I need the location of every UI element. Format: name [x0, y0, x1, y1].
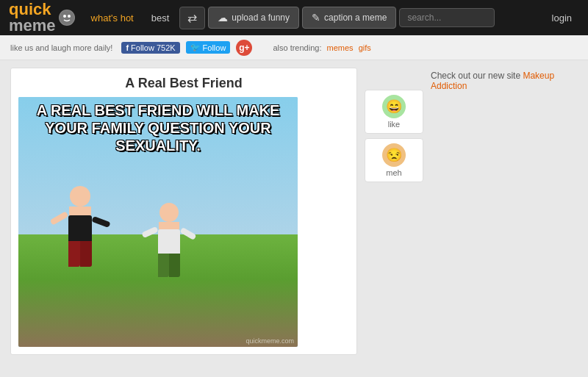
facebook-follow-button[interactable]: f Follow 752K [121, 42, 179, 54]
main-content: A Real Best Friend [0, 60, 588, 362]
person2 [158, 203, 180, 277]
logo[interactable]: quickmeme [9, 1, 75, 34]
svg-point-2 [68, 15, 71, 18]
facebook-icon: f [126, 43, 129, 52]
promo-text: Check out our new site [431, 71, 523, 81]
logo-icon [59, 10, 75, 26]
nav-best[interactable]: best [144, 8, 177, 28]
vote-sidebar: 😄 like 😒 meh [365, 68, 423, 355]
navbar: quickmeme what's hot best ⇄ ☁ upload a f… [0, 0, 588, 35]
like-button[interactable]: 😄 like [365, 90, 423, 134]
caption-button[interactable]: ✎ caption a meme [302, 7, 396, 29]
meme-caption: A Real best friend will make your family… [18, 101, 298, 154]
caption-icon: ✎ [312, 12, 320, 24]
upload-icon: ☁ [218, 12, 228, 24]
meh-icon: 😒 [382, 143, 406, 167]
right-panel: Check out our new site Makeup Addiction [431, 68, 578, 355]
fb-follow-label: Follow [131, 43, 154, 52]
meme-title: A Real Best Friend [18, 76, 349, 91]
also-trending: also trending: memes gifs [273, 43, 370, 52]
twitter-follow-button[interactable]: 🐦 Follow [186, 41, 231, 54]
nav-whats-hot[interactable]: what's hot [84, 8, 141, 28]
shuffle-button[interactable]: ⇄ [179, 7, 205, 29]
subnav: like us and laugh more daily! f Follow 7… [0, 35, 588, 60]
trending-memes-link[interactable]: memes [327, 43, 354, 52]
meh-button[interactable]: 😒 meh [365, 138, 423, 182]
svg-point-0 [60, 10, 74, 25]
fb-count: 752K [157, 43, 176, 52]
upload-button[interactable]: ☁ upload a funny [208, 7, 299, 29]
logo-text: quickmeme [9, 1, 56, 34]
shuffle-icon: ⇄ [187, 12, 197, 24]
twitter-follow-label: Follow [203, 43, 226, 52]
like-label: like [388, 120, 401, 129]
person1 [68, 186, 92, 267]
follow-text: like us and laugh more daily! [10, 43, 112, 52]
googleplus-button[interactable]: g+ [236, 40, 252, 56]
twitter-icon: 🐦 [190, 43, 201, 52]
watermark: quickmeme.com [245, 337, 294, 345]
svg-point-1 [63, 15, 66, 18]
trending-gifs-link[interactable]: gifs [359, 43, 371, 52]
meh-label: meh [386, 168, 401, 177]
like-icon: 😄 [382, 95, 406, 118]
search-input[interactable] [399, 8, 495, 27]
meme-content: A Real Best Friend [10, 68, 357, 355]
login-link[interactable]: login [545, 8, 579, 28]
meme-image: A Real best friend will make your family… [18, 97, 298, 347]
